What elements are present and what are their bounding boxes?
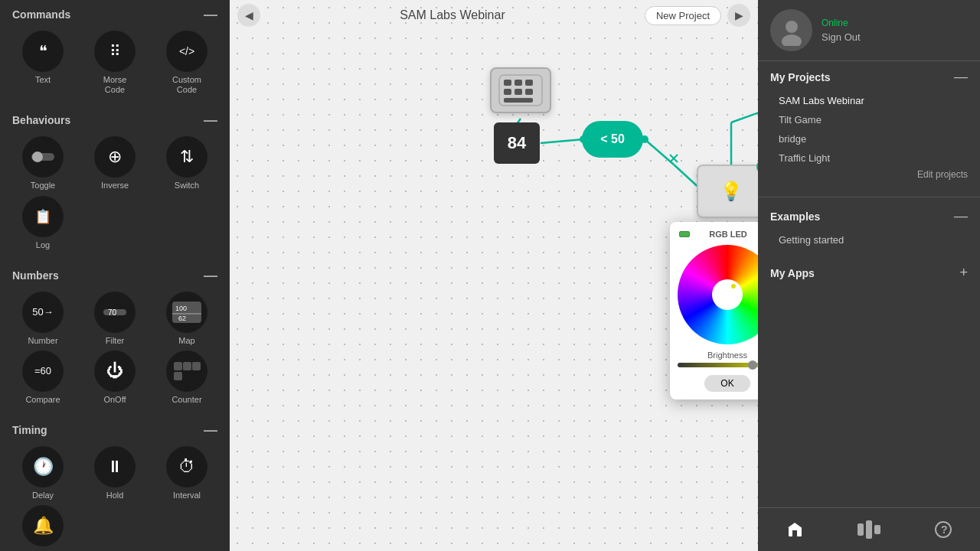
new-project-button[interactable]: New Project bbox=[645, 6, 721, 25]
sidebar-item-counter[interactable]: Counter bbox=[153, 350, 220, 405]
sam-labs-logo-icon[interactable] bbox=[855, 516, 883, 543]
canvas-title: SAM Labs Webinar bbox=[400, 8, 505, 22]
sidebar-item-text[interactable]: ❝ Text bbox=[9, 31, 77, 95]
svg-rect-25 bbox=[514, 80, 522, 86]
project-item-sam-labs-webinar[interactable]: SAM Labs Webinar bbox=[770, 91, 968, 110]
example-item-getting-started[interactable]: Getting started bbox=[770, 230, 968, 249]
svg-rect-43 bbox=[792, 530, 797, 536]
sidebar-item-morse-code[interactable]: ⠿ MorseCode bbox=[81, 31, 149, 95]
edit-projects-link[interactable]: Edit projects bbox=[770, 168, 968, 186]
interval-icon: ⏱ bbox=[166, 446, 207, 487]
examples-collapse-btn[interactable]: — bbox=[954, 208, 968, 224]
sign-out-button[interactable]: Sign Out bbox=[822, 31, 968, 43]
sidebar-item-bell[interactable]: 🔔 bbox=[9, 505, 77, 549]
svg-point-1 bbox=[32, 152, 43, 162]
behaviours-grid: Toggle ⊕ Inverse ⇅ Switch 📋 Log bbox=[0, 132, 230, 260]
examples-list: Getting started bbox=[770, 230, 968, 249]
counter-icon bbox=[166, 350, 207, 392]
next-button[interactable]: ▶ bbox=[727, 4, 750, 27]
popup-header: RGB LED 📶 bbox=[678, 230, 758, 239]
svg-rect-8 bbox=[174, 362, 182, 370]
my-projects-header: My Projects — bbox=[770, 69, 968, 85]
timing-section-header: Timing — bbox=[0, 416, 230, 442]
sidebar-item-onoff[interactable]: ⏻ OnOff bbox=[81, 350, 149, 405]
bell-icon: 🔔 bbox=[22, 505, 64, 546]
onoff-label: OnOff bbox=[103, 395, 126, 405]
sidebar-item-custom-code[interactable]: </> CustomCode bbox=[153, 31, 220, 95]
my-apps-header: My Apps + bbox=[770, 265, 968, 281]
project-item-bridge[interactable]: bridge bbox=[770, 129, 968, 148]
svg-text:?: ? bbox=[941, 523, 948, 536]
help-icon[interactable]: ? bbox=[929, 516, 957, 543]
led-remove-btn[interactable]: ✕ bbox=[756, 160, 758, 174]
timing-collapse-btn[interactable]: — bbox=[204, 423, 217, 437]
numbers-collapse-btn[interactable]: — bbox=[204, 269, 217, 282]
numbers-label: Numbers bbox=[12, 269, 59, 282]
sidebar-item-delay[interactable]: 🕐 Delay bbox=[9, 446, 77, 500]
user-info: Online Sign Out bbox=[822, 18, 968, 43]
led-visual: 💡 ✕ bbox=[697, 165, 758, 218]
right-bottom-bar: ? bbox=[758, 507, 980, 551]
sidebar-item-switch[interactable]: ⇅ Switch bbox=[153, 136, 220, 191]
toggle-label: Toggle bbox=[31, 181, 55, 191]
project-item-traffic-light[interactable]: Traffic Light bbox=[770, 148, 968, 168]
numbers-section-header: Numbers — bbox=[0, 261, 230, 287]
svg-rect-24 bbox=[504, 80, 511, 86]
sidebar-item-interval[interactable]: ⏱ Interval bbox=[153, 446, 220, 500]
main-canvas[interactable]: ◀ SAM Labs Webinar New Project ▶ bbox=[230, 0, 758, 551]
behaviours-collapse-btn[interactable]: — bbox=[204, 113, 217, 127]
compare-icon: =60 bbox=[22, 350, 64, 392]
hold-label: Hold bbox=[106, 491, 124, 500]
sidebar-item-filter[interactable]: 70 Filter bbox=[81, 292, 149, 346]
sidebar-item-inverse[interactable]: ⊕ Inverse bbox=[81, 136, 149, 191]
sidebar-item-log[interactable]: 📋 Log bbox=[9, 196, 77, 250]
inverse-icon: ⊕ bbox=[94, 136, 136, 178]
behaviours-label: Behaviours bbox=[12, 114, 70, 126]
commands-collapse-btn[interactable]: — bbox=[204, 8, 217, 21]
left-sidebar: Commands — ❝ Text ⠿ MorseCode </> Custom… bbox=[0, 0, 230, 551]
my-projects-title: My Projects bbox=[770, 71, 831, 83]
svg-line-17 bbox=[670, 155, 678, 162]
svg-line-20 bbox=[731, 84, 758, 122]
add-app-button[interactable]: + bbox=[959, 265, 968, 281]
svg-text:100: 100 bbox=[175, 305, 187, 312]
inverse-label: Inverse bbox=[101, 181, 129, 191]
sidebar-item-number[interactable]: 50→ Number bbox=[9, 292, 77, 346]
sidebar-item-compare[interactable]: =60 Compare bbox=[9, 350, 77, 405]
block-lt50-value: < 50 bbox=[600, 132, 625, 146]
home-icon[interactable] bbox=[781, 516, 808, 543]
color-picker-popup: RGB LED 📶 Brightness OK bbox=[670, 222, 758, 399]
block-84[interactable]: 84 bbox=[494, 122, 540, 164]
color-wheel-selector[interactable] bbox=[730, 282, 737, 290]
sidebar-item-toggle[interactable]: Toggle bbox=[9, 136, 77, 191]
morse-code-icon: ⠿ bbox=[94, 31, 136, 72]
brightness-thumb[interactable] bbox=[748, 360, 757, 370]
sidebar-item-map[interactable]: 10062 Map bbox=[153, 292, 220, 346]
block-lt50[interactable]: < 50 bbox=[582, 121, 643, 158]
my-projects-collapse-btn[interactable]: — bbox=[954, 69, 968, 85]
popup-title: RGB LED bbox=[709, 230, 747, 239]
svg-rect-26 bbox=[525, 80, 533, 86]
device-block[interactable] bbox=[490, 67, 551, 113]
map-label: Map bbox=[178, 336, 194, 346]
brightness-slider[interactable] bbox=[678, 363, 758, 367]
delay-icon: 🕐 bbox=[22, 446, 64, 487]
svg-line-13 bbox=[541, 139, 583, 143]
svg-rect-10 bbox=[192, 362, 201, 370]
interval-label: Interval bbox=[173, 491, 201, 500]
my-projects-section: My Projects — SAM Labs Webinar Tilt Game… bbox=[758, 61, 980, 194]
prev-button[interactable]: ◀ bbox=[237, 4, 260, 27]
project-item-tilt-game[interactable]: Tilt Game bbox=[770, 110, 968, 129]
switch-label: Switch bbox=[175, 181, 199, 191]
project-list: SAM Labs Webinar Tilt Game bridge Traffi… bbox=[770, 91, 968, 168]
sidebar-item-hold[interactable]: ⏸ Hold bbox=[81, 446, 149, 500]
text-label: Text bbox=[35, 75, 51, 85]
number-icon: 50→ bbox=[22, 292, 64, 333]
right-sidebar: Online Sign Out My Projects — SAM Labs W… bbox=[758, 0, 980, 551]
color-picker-ok-button[interactable]: OK bbox=[704, 375, 750, 392]
svg-point-42 bbox=[782, 34, 802, 46]
filter-label: Filter bbox=[106, 336, 124, 346]
onoff-icon: ⏻ bbox=[94, 350, 136, 392]
led-block[interactable]: 💡 ✕ bbox=[697, 165, 758, 226]
color-wheel[interactable] bbox=[678, 245, 758, 344]
